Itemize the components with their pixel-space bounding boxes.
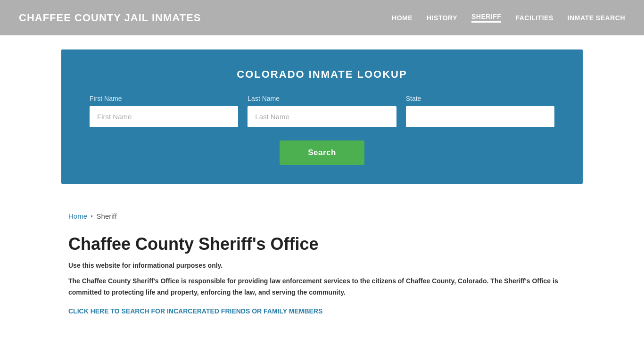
state-group: State Colorado: [406, 95, 554, 127]
first-name-label: First Name: [90, 95, 238, 102]
nav-sheriff[interactable]: SHERIFF: [471, 13, 501, 23]
breadcrumb-separator: •: [91, 214, 93, 219]
nav-history[interactable]: HISTORY: [427, 14, 457, 22]
search-fields-row: First Name Last Name State Colorado: [90, 95, 554, 127]
nav-home[interactable]: HOME: [392, 14, 413, 22]
breadcrumb: Home • Sheriff: [68, 212, 576, 220]
main-nav: HOME HISTORY SHERIFF FACILITIES INMATE S…: [392, 13, 625, 23]
last-name-group: Last Name: [248, 95, 396, 127]
search-panel: COLORADO INMATE LOOKUP First Name Last N…: [61, 49, 583, 184]
search-button[interactable]: Search: [280, 140, 364, 165]
search-btn-row: Search: [90, 140, 554, 165]
first-name-input[interactable]: [90, 106, 238, 127]
nav-facilities[interactable]: FACILITIES: [515, 14, 553, 22]
search-panel-title: COLORADO INMATE LOOKUP: [90, 68, 554, 81]
nav-inmate-search[interactable]: INMATE SEARCH: [568, 14, 625, 22]
info-main: The Chaffee County Sheriff's Office is r…: [68, 276, 576, 298]
last-name-label: Last Name: [248, 95, 396, 102]
cta-link[interactable]: CLICK HERE to Search for Incarcerated Fr…: [68, 307, 322, 315]
breadcrumb-home-link[interactable]: Home: [68, 212, 87, 220]
breadcrumb-current: Sheriff: [97, 212, 117, 220]
site-header: CHAFFEE COUNTY JAIL INMATES HOME HISTORY…: [0, 0, 644, 35]
site-logo[interactable]: CHAFFEE COUNTY JAIL INMATES: [19, 12, 201, 24]
page-title: Chaffee County Sheriff's Office: [68, 234, 576, 254]
state-label: State: [406, 95, 554, 102]
info-brief: Use this website for informational purpo…: [68, 262, 576, 269]
last-name-input[interactable]: [248, 106, 396, 127]
first-name-group: First Name: [90, 95, 238, 127]
main-content: Home • Sheriff Chaffee County Sheriff's …: [0, 198, 644, 329]
state-input[interactable]: Colorado: [406, 106, 554, 127]
